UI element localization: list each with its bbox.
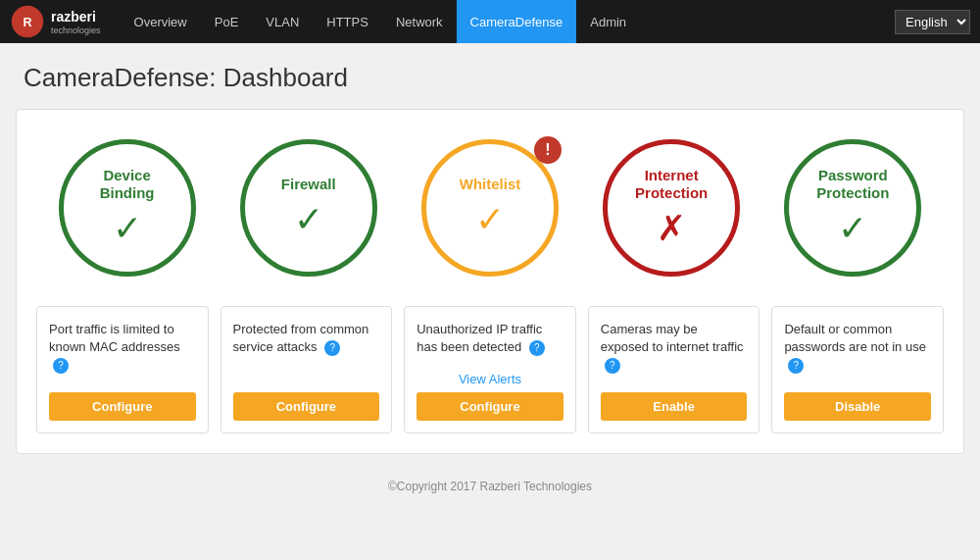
circle-firewall: Firewall ✓ xyxy=(240,139,377,277)
svg-text:R: R xyxy=(23,16,31,29)
configure-button-firewall[interactable]: Configure xyxy=(233,392,380,421)
footer-text: ©Copyright 2017 Razberi Technologies xyxy=(388,480,592,493)
circle-border-password-protection: PasswordProtection ✓ xyxy=(784,139,921,277)
language-selector[interactable]: English xyxy=(895,10,970,34)
nav-https[interactable]: HTTPS xyxy=(313,0,382,43)
configure-button-whitelist[interactable]: Configure xyxy=(416,392,564,421)
nav-poe[interactable]: PoE xyxy=(201,0,253,43)
circle-border-firewall: Firewall ✓ xyxy=(240,139,377,277)
circle-label-firewall: Firewall xyxy=(281,176,336,193)
circle-border-device-binding: DeviceBinding ✓ xyxy=(59,139,196,277)
card-text-whitelist: Unauthorized IP traffic has been detecte… xyxy=(416,321,564,364)
circle-label-whitelist: Whitelist xyxy=(460,176,521,193)
logo-icon: R xyxy=(10,4,45,39)
circle-border-whitelist: Whitelist ✓ ! xyxy=(421,139,559,277)
view-alerts-link[interactable]: View Alerts xyxy=(459,372,521,386)
circle-check-firewall: ✓ xyxy=(294,199,323,240)
nav-cameradefense[interactable]: CameraDefense xyxy=(457,0,577,43)
navigation: R razberi technologies Overview PoE VLAN… xyxy=(0,0,980,43)
card-text-device-binding: Port traffic is limited to known MAC add… xyxy=(49,321,196,384)
help-icon-whitelist[interactable]: ? xyxy=(529,340,545,356)
circles-row: DeviceBinding ✓ Firewall ✓ Whitelist ✓ !… xyxy=(36,139,944,277)
card-actions-internet-protection: Enable xyxy=(601,392,748,421)
logo-subtext: technologies xyxy=(51,25,101,35)
nav-network[interactable]: Network xyxy=(382,0,457,43)
nav-links: Overview PoE VLAN HTTPS Network CameraDe… xyxy=(121,0,895,43)
logo-text: razberi xyxy=(51,9,96,25)
card-whitelist: Unauthorized IP traffic has been detecte… xyxy=(404,306,576,433)
nav-right: English xyxy=(895,10,970,34)
help-icon-password-protection[interactable]: ? xyxy=(788,358,804,374)
nav-overview[interactable]: Overview xyxy=(121,0,201,43)
logo: R razberi technologies xyxy=(10,4,101,39)
nav-vlan[interactable]: VLAN xyxy=(252,0,313,43)
configure-button-device-binding[interactable]: Configure xyxy=(49,392,196,421)
circle-whitelist: Whitelist ✓ ! xyxy=(421,139,559,277)
circle-check-internet-protection: ✗ xyxy=(657,208,686,249)
circle-device-binding: DeviceBinding ✓ xyxy=(59,139,196,277)
help-icon-firewall[interactable]: ? xyxy=(324,340,340,356)
card-internet-protection: Cameras may be exposed to internet traff… xyxy=(588,306,760,433)
circle-password-protection: PasswordProtection ✓ xyxy=(784,139,921,277)
card-device-binding: Port traffic is limited to known MAC add… xyxy=(36,306,209,433)
page-title: CameraDefense: Dashboard xyxy=(0,43,980,109)
enable-button-internet-protection[interactable]: Enable xyxy=(601,392,748,421)
help-icon-internet-protection[interactable]: ? xyxy=(605,358,620,374)
card-actions-whitelist: View Alerts Configure xyxy=(416,372,564,421)
card-firewall: Protected from common service attacks ? … xyxy=(220,306,393,433)
cards-row: Port traffic is limited to known MAC add… xyxy=(36,306,944,433)
card-password-protection: Default or common passwords are not in u… xyxy=(771,306,944,433)
card-text-firewall: Protected from common service attacks ? xyxy=(233,321,380,384)
nav-admin[interactable]: Admin xyxy=(576,0,640,43)
circle-border-internet-protection: InternetProtection ✗ xyxy=(603,139,740,277)
card-actions-device-binding: Configure xyxy=(49,392,196,421)
circle-label-password-protection: PasswordProtection xyxy=(816,167,889,202)
card-actions-password-protection: Disable xyxy=(784,392,931,421)
card-text-password-protection: Default or common passwords are not in u… xyxy=(784,321,931,384)
footer: ©Copyright 2017 Razberi Technologies xyxy=(0,470,980,501)
circle-check-whitelist: ✓ xyxy=(475,199,505,240)
alert-badge-whitelist: ! xyxy=(534,136,562,164)
circle-check-password-protection: ✓ xyxy=(838,208,867,249)
card-text-internet-protection: Cameras may be exposed to internet traff… xyxy=(601,321,748,384)
circle-label-internet-protection: InternetProtection xyxy=(635,167,708,202)
help-icon-device-binding[interactable]: ? xyxy=(53,358,69,374)
disable-button-password-protection[interactable]: Disable xyxy=(784,392,931,421)
dashboard: DeviceBinding ✓ Firewall ✓ Whitelist ✓ !… xyxy=(16,109,964,454)
circle-check-device-binding: ✓ xyxy=(113,208,142,249)
card-actions-firewall: Configure xyxy=(233,392,380,421)
circle-internet-protection: InternetProtection ✗ xyxy=(603,139,740,277)
circle-label-device-binding: DeviceBinding xyxy=(100,167,155,202)
